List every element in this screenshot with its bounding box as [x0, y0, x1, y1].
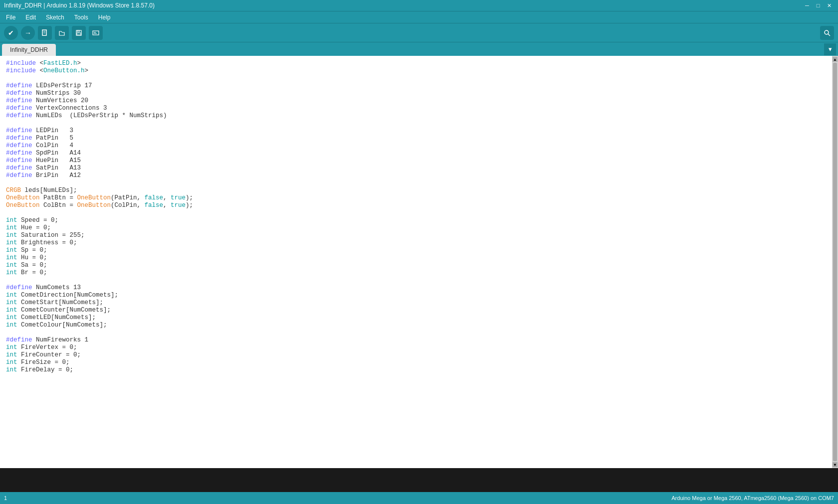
save-button[interactable]	[72, 26, 86, 40]
status-line-number: 1	[4, 495, 7, 501]
scroll-up-arrow[interactable]: ▲	[833, 57, 838, 62]
console-output	[0, 468, 838, 492]
open-button[interactable]	[55, 26, 69, 40]
close-button[interactable]: ✕	[824, 1, 834, 9]
menu-sketch[interactable]: Sketch	[42, 13, 68, 22]
menu-edit[interactable]: Edit	[21, 13, 40, 22]
svg-rect-5	[77, 33, 81, 35]
svg-rect-4	[77, 30, 79, 32]
code-content[interactable]: #include <FastLED.h> #include <OneButton…	[0, 56, 832, 468]
scrollbar-vertical[interactable]: ▲ ▼	[832, 56, 838, 468]
svg-line-10	[828, 34, 830, 36]
menu-help[interactable]: Help	[94, 13, 115, 22]
upload-button[interactable]: →	[21, 26, 35, 40]
app-title: Infinity_DDHR | Arduino 1.8.19 (Windows …	[4, 2, 155, 9]
svg-rect-6	[93, 31, 99, 35]
title-bar: Infinity_DDHR | Arduino 1.8.19 (Windows …	[0, 0, 838, 11]
code-editor[interactable]: #include <FastLED.h> #include <OneButton…	[0, 56, 838, 468]
search-button[interactable]	[820, 26, 834, 40]
menu-bar: File Edit Sketch Tools Help	[0, 11, 838, 23]
toolbar: ✔ → ​	[0, 23, 838, 42]
verify-button[interactable]: ✔	[4, 26, 18, 40]
menu-tools[interactable]: Tools	[70, 13, 92, 22]
tab-bar: Infinity_DDHR ▾	[0, 42, 838, 56]
status-bar: 1 Arduino Mega or Mega 2560, ATmega2560 …	[0, 492, 838, 504]
maximize-button[interactable]: □	[813, 1, 823, 9]
tab-infinity-ddhr[interactable]: Infinity_DDHR	[2, 44, 56, 56]
scroll-thumb[interactable]	[833, 63, 837, 461]
minimize-button[interactable]: ─	[802, 1, 812, 9]
menu-file[interactable]: File	[2, 13, 19, 22]
new-button[interactable]: ​	[38, 26, 52, 40]
serial-monitor-button[interactable]	[89, 26, 103, 40]
title-bar-controls[interactable]: ─ □ ✕	[802, 1, 834, 9]
status-board-info: Arduino Mega or Mega 2560, ATmega2560 (M…	[671, 495, 834, 501]
tab-dropdown-button[interactable]: ▾	[824, 43, 836, 55]
svg-point-9	[825, 30, 829, 34]
title-bar-left: Infinity_DDHR | Arduino 1.8.19 (Windows …	[4, 2, 155, 9]
scroll-down-arrow[interactable]: ▼	[833, 462, 838, 467]
